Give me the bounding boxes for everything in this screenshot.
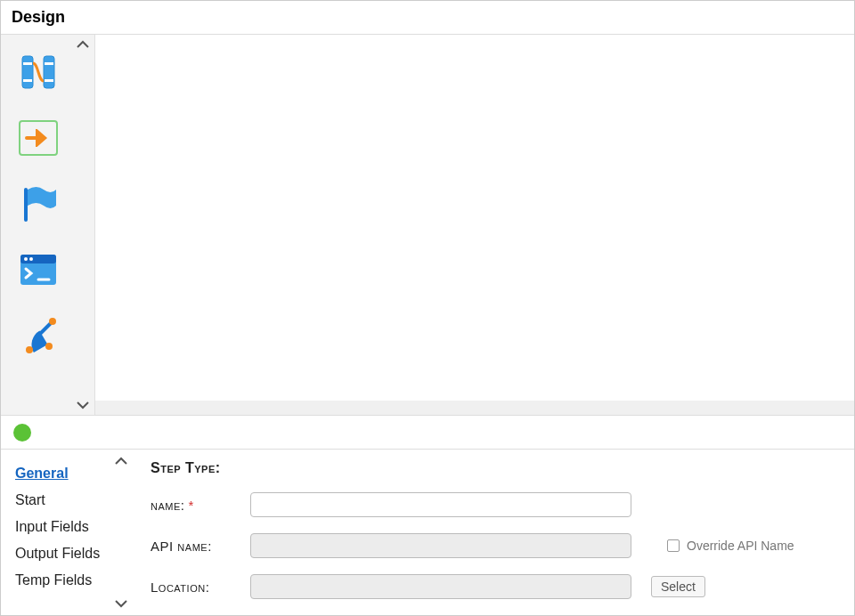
chevron-up-icon[interactable] xyxy=(115,457,127,466)
nav-item-temp-fields[interactable]: Temp Fields xyxy=(15,567,118,594)
properties-nav: General Start Input Fields Output Fields… xyxy=(1,450,133,615)
nav-item-general[interactable]: General xyxy=(15,460,118,487)
properties-panel: General Start Input Fields Output Fields… xyxy=(1,450,854,615)
flag-icon[interactable] xyxy=(17,182,60,225)
svg-rect-4 xyxy=(45,62,53,65)
canvas-bottom-strip xyxy=(95,401,854,415)
chevron-down-icon[interactable] xyxy=(77,401,89,409)
chevron-up-icon[interactable] xyxy=(77,40,89,49)
location-label: Location: xyxy=(151,580,250,595)
status-indicator-icon xyxy=(13,424,31,442)
step-type-label: Step Type: xyxy=(151,460,250,476)
satellite-icon[interactable] xyxy=(17,314,60,357)
name-label: name:* xyxy=(151,498,250,513)
terminal-icon[interactable] xyxy=(17,248,60,291)
header-bar: Design xyxy=(1,1,854,35)
svg-point-9 xyxy=(24,257,28,261)
svg-point-15 xyxy=(45,343,53,350)
required-asterisk-icon: * xyxy=(188,498,193,513)
api-name-input[interactable] xyxy=(250,533,631,558)
status-bar xyxy=(1,416,854,450)
nav-item-output-fields[interactable]: Output Fields xyxy=(15,540,118,567)
svg-rect-0 xyxy=(22,56,33,88)
svg-point-14 xyxy=(26,346,33,353)
workflow-icon[interactable] xyxy=(17,51,60,93)
name-input[interactable] xyxy=(250,492,631,517)
canvas-wrap xyxy=(95,35,854,415)
arrow-right-icon[interactable] xyxy=(17,117,60,159)
svg-point-10 xyxy=(29,257,33,261)
override-api-name-label: Override API Name xyxy=(687,539,794,553)
svg-rect-2 xyxy=(23,79,32,82)
location-input[interactable] xyxy=(250,574,631,599)
design-canvas[interactable] xyxy=(95,35,854,401)
toolbox-icons xyxy=(1,42,94,357)
properties-form: Step Type: name:* API name: Override API… xyxy=(133,450,854,615)
page-title: Design xyxy=(12,8,843,27)
main-area xyxy=(1,35,854,416)
api-name-label: API name: xyxy=(151,539,250,554)
svg-rect-5 xyxy=(45,79,53,82)
nav-item-input-fields[interactable]: Input Fields xyxy=(15,514,118,540)
svg-rect-3 xyxy=(44,56,54,88)
svg-rect-6 xyxy=(24,188,28,222)
toolbox-panel xyxy=(1,35,95,415)
svg-point-13 xyxy=(49,318,56,325)
svg-rect-1 xyxy=(23,62,32,65)
nav-item-start[interactable]: Start xyxy=(15,487,118,514)
select-location-button[interactable]: Select xyxy=(651,576,705,597)
chevron-down-icon[interactable] xyxy=(115,599,127,608)
override-api-name-checkbox[interactable]: Override API Name xyxy=(667,539,794,553)
checkbox-icon xyxy=(667,539,680,552)
